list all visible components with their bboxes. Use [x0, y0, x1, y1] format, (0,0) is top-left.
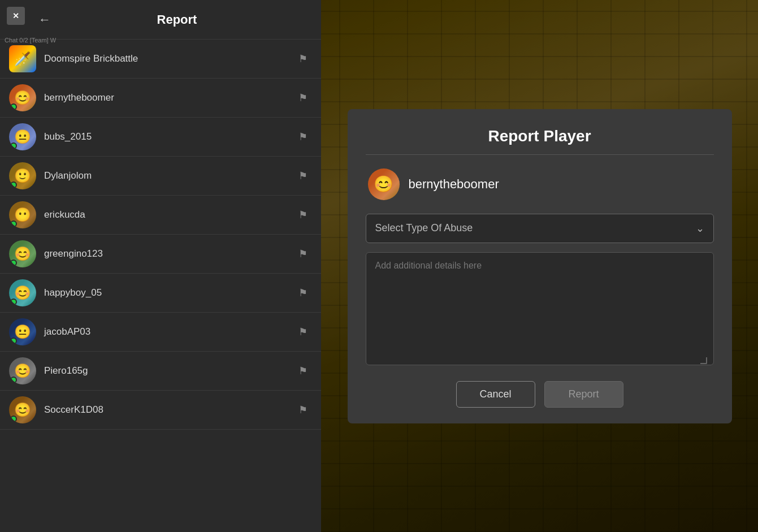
- abuse-type-dropdown[interactable]: Select Type Of Abuse ⌄: [366, 214, 714, 243]
- report-player-button[interactable]: ⚑: [294, 245, 312, 262]
- online-indicator: [10, 416, 17, 422]
- report-player-button[interactable]: ⚑: [294, 128, 312, 145]
- online-indicator: [10, 299, 17, 305]
- online-indicator: [10, 338, 17, 344]
- resize-handle: [700, 357, 707, 364]
- avatar: 😊: [9, 357, 36, 384]
- report-player-button[interactable]: ⚑: [294, 89, 312, 106]
- list-item[interactable]: 😐 bubs_2015 ⚑: [0, 118, 321, 157]
- back-arrow-icon: ←: [38, 12, 51, 27]
- flag-icon: ⚑: [298, 131, 307, 142]
- flag-icon: ⚑: [298, 170, 307, 181]
- online-indicator: [10, 142, 17, 149]
- chevron-down-icon: ⌄: [696, 222, 704, 235]
- online-indicator: [10, 259, 17, 266]
- player-name: bubs_2015: [44, 131, 294, 142]
- report-dialog: Report Player 😊 bernytheboomer Select Ty…: [348, 109, 732, 423]
- list-item[interactable]: 🙂 Dylanjolom ⚑: [0, 157, 321, 196]
- details-wrapper: [366, 252, 714, 381]
- online-indicator: [10, 220, 17, 227]
- list-item[interactable]: 😊 happyboy_05 ⚑: [0, 274, 321, 313]
- online-indicator: [10, 377, 17, 383]
- dialog-player-name: bernytheboomer: [409, 177, 499, 192]
- sidebar-header: ← Report: [0, 0, 321, 40]
- dropdown-label: Select Type Of Abuse: [375, 222, 473, 234]
- back-button[interactable]: ←: [34, 11, 55, 28]
- player-name: Dylanjolom: [44, 170, 294, 181]
- close-icon: ✕: [12, 11, 19, 20]
- online-indicator: [10, 181, 17, 188]
- avatar: 😐: [9, 123, 36, 150]
- flag-icon: ⚑: [298, 248, 307, 259]
- player-name: happyboy_05: [44, 287, 294, 299]
- avatar: 😊: [9, 84, 36, 111]
- avatar: 🙂: [9, 162, 36, 189]
- player-name: bernytheboomer: [44, 92, 294, 103]
- modal-overlay: Report Player 😊 bernytheboomer Select Ty…: [321, 0, 758, 532]
- online-indicator: [10, 103, 17, 110]
- report-player-button[interactable]: ⚑: [294, 284, 312, 301]
- flag-icon: ⚑: [298, 209, 307, 220]
- list-item[interactable]: 😊 bernytheboomer ⚑: [0, 79, 321, 118]
- list-item[interactable]: 😊 Piero165g ⚑: [0, 352, 321, 391]
- report-player-button[interactable]: ⚑: [294, 167, 312, 184]
- avatar: 😊: [9, 279, 36, 306]
- dialog-avatar: 😊: [368, 168, 400, 200]
- player-name: greengino123: [44, 248, 294, 259]
- sidebar-panel: ✕ Chat 0/2 [Team] W ← Report 🗡️ Doomspir…: [0, 0, 321, 532]
- flag-icon: ⚑: [298, 53, 307, 64]
- player-list: 🗡️ Doomspire Brickbattle ⚑ 😊 bernytheboo…: [0, 40, 321, 532]
- list-item[interactable]: 🗡️ Doomspire Brickbattle ⚑: [0, 40, 321, 79]
- avatar: 😶: [9, 201, 36, 228]
- player-name: Doomspire Brickbattle: [44, 53, 294, 64]
- report-player-button[interactable]: ⚑: [294, 362, 312, 379]
- list-item[interactable]: 😐 jacobAP03 ⚑: [0, 313, 321, 352]
- chat-label: Chat 0/2 [Team] W: [5, 37, 56, 44]
- avatar: 🗡️: [9, 45, 36, 72]
- report-player-button[interactable]: ⚑: [294, 401, 312, 418]
- flag-icon: ⚑: [298, 92, 307, 103]
- dialog-buttons: Cancel Report: [366, 381, 714, 408]
- sidebar-title: Report: [64, 12, 312, 27]
- report-player-button[interactable]: ⚑: [294, 323, 312, 340]
- player-name: Piero165g: [44, 365, 294, 377]
- list-item[interactable]: 😊 greengino123 ⚑: [0, 235, 321, 274]
- player-name: erickucda: [44, 209, 294, 220]
- close-button[interactable]: ✕: [7, 7, 25, 25]
- dialog-player-info: 😊 bernytheboomer: [366, 168, 714, 200]
- flag-icon: ⚑: [298, 287, 307, 299]
- flag-icon: ⚑: [298, 404, 307, 416]
- cancel-button[interactable]: Cancel: [456, 381, 535, 408]
- report-player-button[interactable]: ⚑: [294, 206, 312, 223]
- list-item[interactable]: 😊 SoccerK1D08 ⚑: [0, 391, 321, 430]
- dialog-divider: [366, 154, 714, 155]
- player-name: jacobAP03: [44, 326, 294, 338]
- flag-icon: ⚑: [298, 365, 307, 377]
- avatar: 😐: [9, 318, 36, 345]
- avatar: 😊: [9, 396, 36, 423]
- flag-icon: ⚑: [298, 326, 307, 338]
- avatar: 😊: [9, 240, 36, 267]
- player-name: SoccerK1D08: [44, 404, 294, 416]
- details-textarea[interactable]: [366, 252, 714, 365]
- dialog-title: Report Player: [366, 127, 714, 145]
- report-player-button[interactable]: ⚑: [294, 50, 312, 67]
- list-item[interactable]: 😶 erickucda ⚑: [0, 196, 321, 235]
- report-submit-button[interactable]: Report: [544, 381, 623, 408]
